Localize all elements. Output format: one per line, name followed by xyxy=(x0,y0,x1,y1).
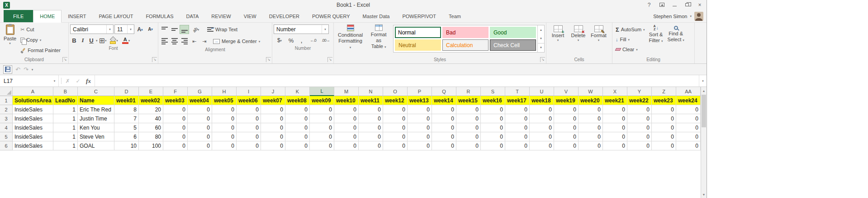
cell-E4[interactable]: 60 xyxy=(139,123,163,132)
cell-Y5[interactable]: 0 xyxy=(627,132,652,141)
cell-O3[interactable]: 0 xyxy=(383,114,408,123)
cell-U2[interactable]: 0 xyxy=(530,105,554,114)
chevron-down-icon[interactable]: ▾ xyxy=(96,39,98,42)
cell-T6[interactable]: 0 xyxy=(505,141,530,150)
cell-Z4[interactable]: 0 xyxy=(652,123,676,132)
cell-E6[interactable]: 100 xyxy=(139,141,163,150)
row-header-4[interactable]: 4 xyxy=(0,123,13,132)
column-header-H[interactable]: H xyxy=(212,87,237,96)
number-dialog-launcher-icon[interactable]: ↘ xyxy=(327,57,332,62)
scrollbar-thumb[interactable] xyxy=(702,95,706,127)
cell-N2[interactable]: 0 xyxy=(359,105,383,114)
cell-W6[interactable]: 0 xyxy=(579,141,603,150)
column-header-G[interactable]: G xyxy=(188,87,212,96)
cell-B5[interactable]: 1 xyxy=(53,132,78,141)
cell-M4[interactable]: 0 xyxy=(334,123,359,132)
cell-I5[interactable]: 0 xyxy=(237,132,261,141)
cell-B1[interactable]: LeadNo xyxy=(53,96,78,105)
name-box[interactable]: L17 ▾ xyxy=(0,75,59,87)
cell-E1[interactable]: week02 xyxy=(139,96,163,105)
cell-G2[interactable]: 0 xyxy=(188,105,212,114)
formula-input[interactable] xyxy=(95,75,699,87)
find-select-button[interactable]: Find & Select ▾ xyxy=(665,24,687,56)
cell-Z6[interactable]: 0 xyxy=(652,141,676,150)
column-header-D[interactable]: D xyxy=(114,87,139,96)
user-avatar[interactable] xyxy=(694,12,703,21)
minimize-button[interactable] xyxy=(669,0,680,9)
format-as-table-button[interactable]: Format as Table ▾ xyxy=(365,24,392,56)
cell-H6[interactable]: 0 xyxy=(212,141,237,150)
cell-I6[interactable]: 0 xyxy=(237,141,261,150)
ribbon-tab-master-data[interactable]: Master Data xyxy=(356,10,396,22)
scroll-down-icon[interactable]: ▼ xyxy=(701,191,707,198)
wrap-text-button[interactable]: ↩ Wrap Text xyxy=(205,24,239,34)
cell-Y4[interactable]: 0 xyxy=(627,123,652,132)
align-right-button[interactable] xyxy=(180,37,189,46)
cell-D6[interactable]: 10 xyxy=(114,141,139,150)
cell-T2[interactable]: 0 xyxy=(505,105,530,114)
cell-F1[interactable]: week03 xyxy=(163,96,188,105)
cell-style-calculation[interactable]: Calculation xyxy=(442,39,489,51)
cell-V4[interactable]: 0 xyxy=(554,123,579,132)
column-header-E[interactable]: E xyxy=(139,87,163,96)
cell-A4[interactable]: InsideSales xyxy=(13,123,53,132)
gallery-scroll-down-icon[interactable]: ▼ xyxy=(538,34,544,43)
expand-formula-bar-icon[interactable]: ▾ xyxy=(699,75,707,87)
column-header-P[interactable]: P xyxy=(408,87,432,96)
cell-G4[interactable]: 0 xyxy=(188,123,212,132)
cell-H4[interactable]: 0 xyxy=(212,123,237,132)
cell-X2[interactable]: 0 xyxy=(603,105,627,114)
cell-W4[interactable]: 0 xyxy=(579,123,603,132)
cell-F3[interactable]: 0 xyxy=(163,114,188,123)
cell-N5[interactable]: 0 xyxy=(359,132,383,141)
column-header-AA[interactable]: AA xyxy=(676,87,701,96)
format-cells-button[interactable]: ✎ Format▾ xyxy=(588,24,609,42)
cell-D2[interactable]: 8 xyxy=(114,105,139,114)
ribbon-tab-view[interactable]: VIEW xyxy=(237,10,263,22)
cell-C5[interactable]: Steve Ven xyxy=(78,132,114,141)
cell-N1[interactable]: week11 xyxy=(359,96,383,105)
cell-F4[interactable]: 0 xyxy=(163,123,188,132)
vertical-scrollbar[interactable]: ▲ ▼ xyxy=(701,87,707,198)
cell-Q5[interactable]: 0 xyxy=(432,132,456,141)
cell-V6[interactable]: 0 xyxy=(554,141,579,150)
cell-X3[interactable]: 0 xyxy=(603,114,627,123)
cell-W3[interactable]: 0 xyxy=(579,114,603,123)
cell-P2[interactable]: 0 xyxy=(408,105,432,114)
cell-V3[interactable]: 0 xyxy=(554,114,579,123)
cell-X1[interactable]: week21 xyxy=(603,96,627,105)
ribbon-tab-data[interactable]: DATA xyxy=(180,10,205,22)
column-header-S[interactable]: S xyxy=(481,87,505,96)
cell-M2[interactable]: 0 xyxy=(334,105,359,114)
cut-button[interactable]: ✂Cut xyxy=(19,24,62,34)
cell-Q1[interactable]: week14 xyxy=(432,96,456,105)
cell-style-bad[interactable]: Bad xyxy=(442,27,489,38)
cell-AA1[interactable]: week24 xyxy=(676,96,701,105)
cell-N4[interactable]: 0 xyxy=(359,123,383,132)
cell-AA3[interactable]: 0 xyxy=(676,114,701,123)
cell-C2[interactable]: Eric The Red xyxy=(78,105,114,114)
column-header-F[interactable]: F xyxy=(163,87,188,96)
cell-F6[interactable]: 0 xyxy=(163,141,188,150)
cell-Q6[interactable]: 0 xyxy=(432,141,456,150)
cell-P1[interactable]: week13 xyxy=(408,96,432,105)
ribbon-tab-home[interactable]: HOME xyxy=(33,10,62,23)
column-header-U[interactable]: U xyxy=(530,87,554,96)
cell-Y3[interactable]: 0 xyxy=(627,114,652,123)
cell-B2[interactable]: 1 xyxy=(53,105,78,114)
cell-P3[interactable]: 0 xyxy=(408,114,432,123)
column-header-K[interactable]: K xyxy=(285,87,310,96)
font-color-button[interactable]: A▾ xyxy=(120,36,132,45)
cell-U3[interactable]: 0 xyxy=(530,114,554,123)
cell-D1[interactable]: week01 xyxy=(114,96,139,105)
cell-P5[interactable]: 0 xyxy=(408,132,432,141)
cell-O4[interactable]: 0 xyxy=(383,123,408,132)
cell-S4[interactable]: 0 xyxy=(481,123,505,132)
cell-AA6[interactable]: 0 xyxy=(676,141,701,150)
comma-style-button[interactable]: , xyxy=(297,36,306,45)
restore-button[interactable] xyxy=(682,0,693,9)
cell-L1[interactable]: week09 xyxy=(310,96,334,105)
styles-dialog-launcher-icon[interactable]: ↘ xyxy=(540,57,545,62)
orientation-button[interactable]: ab▾ xyxy=(190,25,202,34)
cell-O1[interactable]: week12 xyxy=(383,96,408,105)
